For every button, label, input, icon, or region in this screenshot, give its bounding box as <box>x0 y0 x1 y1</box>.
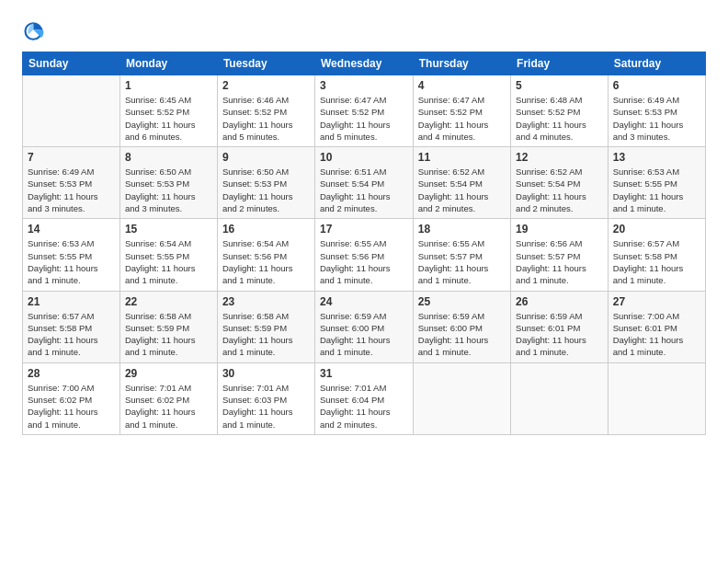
day-number: 10 <box>320 151 408 164</box>
calendar-cell: 9Sunrise: 6:50 AM Sunset: 5:53 PM Daylig… <box>217 147 314 219</box>
day-info: Sunrise: 7:00 AM Sunset: 6:02 PM Dayligh… <box>28 382 115 431</box>
day-number: 7 <box>28 151 115 164</box>
day-number: 2 <box>222 79 310 92</box>
day-number: 15 <box>125 223 212 236</box>
calendar-cell: 3Sunrise: 6:47 AM Sunset: 5:52 PM Daylig… <box>314 75 413 147</box>
day-info: Sunrise: 6:50 AM Sunset: 5:53 PM Dayligh… <box>222 166 310 214</box>
day-info: Sunrise: 7:01 AM Sunset: 6:04 PM Dayligh… <box>320 382 408 431</box>
weekday-header-thursday: Thursday <box>413 52 510 75</box>
day-number: 4 <box>418 79 506 92</box>
day-number: 28 <box>28 367 115 380</box>
week-row-4: 21Sunrise: 6:57 AM Sunset: 5:58 PM Dayli… <box>23 291 706 362</box>
day-number: 19 <box>516 223 603 236</box>
day-number: 22 <box>125 295 212 308</box>
day-info: Sunrise: 6:51 AM Sunset: 5:54 PM Dayligh… <box>320 166 408 214</box>
day-info: Sunrise: 6:45 AM Sunset: 5:52 PM Dayligh… <box>125 94 212 143</box>
day-number: 24 <box>320 295 408 308</box>
day-number: 30 <box>222 367 310 380</box>
weekday-header-friday: Friday <box>511 52 609 75</box>
day-number: 13 <box>613 151 700 164</box>
day-info: Sunrise: 6:49 AM Sunset: 5:53 PM Dayligh… <box>613 94 700 143</box>
header <box>22 18 706 44</box>
day-number: 21 <box>28 295 115 308</box>
day-number: 27 <box>613 295 700 308</box>
day-number: 1 <box>125 79 212 92</box>
day-info: Sunrise: 6:48 AM Sunset: 5:52 PM Dayligh… <box>516 94 603 143</box>
calendar-cell <box>23 75 120 147</box>
calendar-cell: 23Sunrise: 6:58 AM Sunset: 5:59 PM Dayli… <box>217 291 314 362</box>
calendar-cell: 10Sunrise: 6:51 AM Sunset: 5:54 PM Dayli… <box>314 147 413 219</box>
calendar-cell: 7Sunrise: 6:49 AM Sunset: 5:53 PM Daylig… <box>23 147 120 219</box>
day-info: Sunrise: 6:58 AM Sunset: 5:59 PM Dayligh… <box>222 310 310 359</box>
day-number: 29 <box>125 367 212 380</box>
day-info: Sunrise: 6:54 AM Sunset: 5:56 PM Dayligh… <box>222 237 310 286</box>
weekday-header-sunday: Sunday <box>23 52 120 75</box>
day-number: 3 <box>320 79 408 92</box>
day-number: 26 <box>516 295 603 308</box>
calendar-cell: 25Sunrise: 6:59 AM Sunset: 6:00 PM Dayli… <box>413 291 510 362</box>
day-info: Sunrise: 6:47 AM Sunset: 5:52 PM Dayligh… <box>418 94 506 143</box>
calendar-cell <box>511 362 609 434</box>
week-row-1: 1Sunrise: 6:45 AM Sunset: 5:52 PM Daylig… <box>23 75 706 147</box>
calendar-cell: 30Sunrise: 7:01 AM Sunset: 6:03 PM Dayli… <box>217 362 314 434</box>
calendar-cell: 4Sunrise: 6:47 AM Sunset: 5:52 PM Daylig… <box>413 75 510 147</box>
day-info: Sunrise: 6:58 AM Sunset: 5:59 PM Dayligh… <box>125 310 212 359</box>
calendar-table: SundayMondayTuesdayWednesdayThursdayFrid… <box>22 52 706 435</box>
day-number: 5 <box>516 79 603 92</box>
day-info: Sunrise: 6:52 AM Sunset: 5:54 PM Dayligh… <box>418 166 506 214</box>
day-number: 31 <box>320 367 408 380</box>
day-number: 6 <box>613 79 700 92</box>
calendar-cell <box>608 362 705 434</box>
calendar-cell <box>413 362 510 434</box>
day-info: Sunrise: 6:57 AM Sunset: 5:58 PM Dayligh… <box>613 237 700 286</box>
calendar-cell: 19Sunrise: 6:56 AM Sunset: 5:57 PM Dayli… <box>511 219 609 291</box>
calendar-cell: 21Sunrise: 6:57 AM Sunset: 5:58 PM Dayli… <box>23 291 120 362</box>
calendar-cell: 1Sunrise: 6:45 AM Sunset: 5:52 PM Daylig… <box>119 75 217 147</box>
calendar-cell: 20Sunrise: 6:57 AM Sunset: 5:58 PM Dayli… <box>608 219 705 291</box>
calendar-cell: 13Sunrise: 6:53 AM Sunset: 5:55 PM Dayli… <box>608 147 705 219</box>
day-info: Sunrise: 6:52 AM Sunset: 5:54 PM Dayligh… <box>516 166 603 214</box>
day-info: Sunrise: 6:55 AM Sunset: 5:57 PM Dayligh… <box>418 237 506 286</box>
day-info: Sunrise: 6:49 AM Sunset: 5:53 PM Dayligh… <box>28 166 115 214</box>
weekday-header-wednesday: Wednesday <box>314 52 413 75</box>
day-number: 25 <box>418 295 506 308</box>
calendar-cell: 24Sunrise: 6:59 AM Sunset: 6:00 PM Dayli… <box>314 291 413 362</box>
day-info: Sunrise: 6:53 AM Sunset: 5:55 PM Dayligh… <box>28 237 115 286</box>
day-number: 8 <box>125 151 212 164</box>
calendar-cell: 27Sunrise: 7:00 AM Sunset: 6:01 PM Dayli… <box>608 291 705 362</box>
calendar-cell: 12Sunrise: 6:52 AM Sunset: 5:54 PM Dayli… <box>511 147 609 219</box>
day-info: Sunrise: 7:00 AM Sunset: 6:01 PM Dayligh… <box>613 310 700 359</box>
day-number: 23 <box>222 295 310 308</box>
calendar-cell: 14Sunrise: 6:53 AM Sunset: 5:55 PM Dayli… <box>23 219 120 291</box>
day-info: Sunrise: 6:59 AM Sunset: 6:00 PM Dayligh… <box>320 310 408 359</box>
day-number: 20 <box>613 223 700 236</box>
calendar-cell: 17Sunrise: 6:55 AM Sunset: 5:56 PM Dayli… <box>314 219 413 291</box>
calendar-cell: 26Sunrise: 6:59 AM Sunset: 6:01 PM Dayli… <box>511 291 609 362</box>
week-row-5: 28Sunrise: 7:00 AM Sunset: 6:02 PM Dayli… <box>23 362 706 434</box>
week-row-2: 7Sunrise: 6:49 AM Sunset: 5:53 PM Daylig… <box>23 147 706 219</box>
day-info: Sunrise: 6:47 AM Sunset: 5:52 PM Dayligh… <box>320 94 408 143</box>
weekday-header-row: SundayMondayTuesdayWednesdayThursdayFrid… <box>23 52 706 75</box>
weekday-header-tuesday: Tuesday <box>217 52 314 75</box>
calendar-cell: 11Sunrise: 6:52 AM Sunset: 5:54 PM Dayli… <box>413 147 510 219</box>
day-info: Sunrise: 7:01 AM Sunset: 6:02 PM Dayligh… <box>125 382 212 431</box>
calendar-cell: 29Sunrise: 7:01 AM Sunset: 6:02 PM Dayli… <box>119 362 217 434</box>
day-number: 12 <box>516 151 603 164</box>
page-container: SundayMondayTuesdayWednesdayThursdayFrid… <box>0 0 728 444</box>
day-info: Sunrise: 6:59 AM Sunset: 6:01 PM Dayligh… <box>516 310 603 359</box>
day-number: 18 <box>418 223 506 236</box>
calendar-cell: 16Sunrise: 6:54 AM Sunset: 5:56 PM Dayli… <box>217 219 314 291</box>
day-number: 9 <box>222 151 310 164</box>
day-number: 14 <box>28 223 115 236</box>
weekday-header-monday: Monday <box>119 52 217 75</box>
day-info: Sunrise: 6:50 AM Sunset: 5:53 PM Dayligh… <box>125 166 212 214</box>
day-info: Sunrise: 6:46 AM Sunset: 5:52 PM Dayligh… <box>222 94 310 143</box>
day-info: Sunrise: 6:55 AM Sunset: 5:56 PM Dayligh… <box>320 237 408 286</box>
calendar-cell: 15Sunrise: 6:54 AM Sunset: 5:55 PM Dayli… <box>119 219 217 291</box>
weekday-header-saturday: Saturday <box>608 52 705 75</box>
logo <box>22 18 51 44</box>
day-info: Sunrise: 6:54 AM Sunset: 5:55 PM Dayligh… <box>125 237 212 286</box>
day-number: 16 <box>222 223 310 236</box>
day-info: Sunrise: 7:01 AM Sunset: 6:03 PM Dayligh… <box>222 382 310 431</box>
logo-icon <box>22 18 48 44</box>
